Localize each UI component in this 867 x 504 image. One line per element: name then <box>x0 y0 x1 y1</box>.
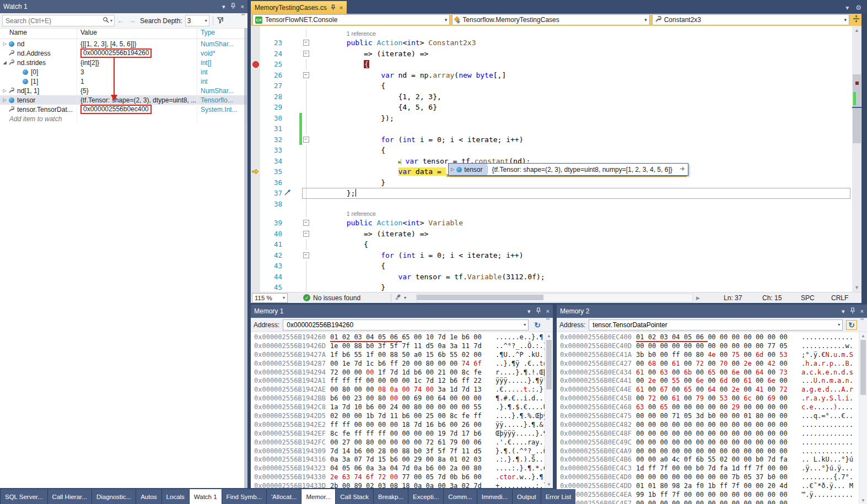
bottom-tab[interactable]: Autos <box>136 489 161 504</box>
pin-icon[interactable] <box>536 307 541 315</box>
memory-hex[interactable]: 00 72 00 61 00 79 00 53 00 6c 00 69 00 <box>636 394 801 403</box>
code-editor[interactable]: 1 reference23− public Action<int> Consta… <box>251 26 861 292</box>
close-icon[interactable]: × <box>860 308 864 315</box>
memory-hex[interactable]: 63 00 65 00 00 00 00 00 29 00 00 00 00 <box>636 403 801 412</box>
member-dropdown[interactable]: Constant2x3 ▾ <box>652 14 849 25</box>
column-header-name[interactable]: Name <box>0 29 77 39</box>
chevron-down-icon[interactable]: ▾ <box>524 322 526 327</box>
toolbar-overflow-icon[interactable]: '' <box>241 13 245 19</box>
breakpoint-margin[interactable] <box>251 261 260 272</box>
memory-hex[interactable]: 1f b6 55 1f 00 88 50 a0 15 6b 55 02 00 <box>330 351 496 360</box>
scroll-up-icon[interactable]: ▲ <box>852 28 861 33</box>
memory-hex[interactable]: ff ff 00 00 00 00 18 7d 16 b6 00 26 00 <box>330 421 496 430</box>
memory-hex[interactable]: 01 02 03 04 05 06 00 00 00 00 00 00 00 <box>636 333 801 342</box>
chevron-down-icon[interactable]: ▾ <box>404 295 406 300</box>
scrollbar-thumb[interactable] <box>546 340 552 389</box>
watch-scrollbar[interactable] <box>244 28 247 488</box>
scroll-up-icon[interactable]: ▲ <box>859 333 867 338</box>
code-cleanup-icon[interactable] <box>395 294 402 302</box>
column-header-type[interactable]: Type <box>197 29 247 39</box>
bottom-tab[interactable]: Breakp... <box>374 489 408 504</box>
search-forward-icon[interactable]: → <box>128 17 136 25</box>
memory-hex[interactable]: 61 00 67 00 65 00 64 00 2e 00 41 00 72 <box>636 386 801 394</box>
window-position-icon[interactable]: ▾ <box>527 308 531 315</box>
memory2-title-bar[interactable]: Memory 2 ▾ × <box>557 305 867 318</box>
memory-hex[interactable]: 1a 7d 10 b6 00 24 00 80 00 00 00 00 55 <box>330 403 496 412</box>
current-statement-icon[interactable] <box>251 166 260 177</box>
memory-hex[interactable]: 2e 63 74 6f 72 00 77 00 05 7d 0b b6 00 <box>330 473 496 482</box>
memory-hex[interactable]: 00 00 00 00 00 00 00 00 00 00 00 00 00 <box>636 421 801 430</box>
watch-row[interactable]: tensor.TensorDat...0x000002556b0ec400Sys… <box>0 105 247 114</box>
memory-hex[interactable]: 1d ff 7f 00 00 b0 7d fa 1d ff 7f 00 00 <box>636 464 801 473</box>
column-header-value[interactable]: Value <box>77 29 197 39</box>
spaces-indicator[interactable]: SPC <box>801 294 831 302</box>
fold-toggle-icon[interactable]: − <box>302 70 310 81</box>
bottom-tab[interactable]: SQL Server... <box>1 489 47 504</box>
breakpoint-margin[interactable] <box>251 80 260 91</box>
search-depth-select[interactable]: 3 ▾ <box>185 15 209 26</box>
toolbar-overflow-icon[interactable]: '' <box>860 318 864 324</box>
watch-search-box[interactable]: ▾ <box>2 15 115 26</box>
memory-hex[interactable]: 8c fe ff ff ff 00 00 00 00 19 7d 17 b6 <box>330 430 496 438</box>
breakpoint-margin[interactable] <box>251 29 260 37</box>
memory1-address-input[interactable]: ▾ <box>283 319 529 330</box>
refresh-icon[interactable]: ↻ <box>846 320 857 330</box>
watch-row[interactable]: [1]1int <box>0 77 247 86</box>
breakpoint-icon[interactable] <box>252 61 259 68</box>
scroll-down-icon[interactable]: ▼ <box>859 498 867 503</box>
window-position-icon[interactable]: ▾ <box>222 3 225 10</box>
type-dropdown[interactable]: Tensorflow.MemoryTestingCases ▾ <box>452 14 649 25</box>
memory-hex[interactable]: 02 00 00 1b 7d 11 b6 00 25 00 8c fe ff <box>330 412 496 421</box>
memory-hex[interactable]: 00 27 00 80 00 00 00 00 72 61 79 00 06 <box>330 438 496 447</box>
search-options-icon[interactable]: ▾ <box>110 18 112 23</box>
memory2-scrollbar[interactable]: ▲ ▼ <box>859 332 867 504</box>
window-position-icon[interactable]: ▾ <box>842 308 845 315</box>
bottom-tab[interactable]: Locals <box>162 489 189 504</box>
breakpoint-margin[interactable] <box>251 209 260 218</box>
fold-toggle-icon[interactable]: − <box>302 134 310 145</box>
breakpoint-margin[interactable] <box>251 102 260 113</box>
memory2-address-input[interactable]: ▾ <box>589 319 843 330</box>
zoom-select[interactable]: 115 % ▾ <box>252 293 288 303</box>
memory1-scrollbar[interactable]: ▲ ▼ <box>545 332 553 488</box>
memory-hex[interactable]: 00 00 00 00 00 00 00 00 00 00 00 00 00 <box>636 500 801 504</box>
watch-row[interactable]: ▷nd{[[1, 2, 3], [4, 5, 6]]}NumShar... <box>0 39 247 48</box>
scrollbar-thumb[interactable] <box>860 340 866 395</box>
memory-hex[interactable]: 00 00 00 00 00 00 00 00 00 00 00 00 00 <box>636 447 801 456</box>
scroll-up-icon[interactable]: ▲ <box>545 333 553 338</box>
memory-hex[interactable]: 1e 00 88 b0 3f 5f 7f 11 d5 0a 3a 11 7d <box>330 342 496 351</box>
memory-hex[interactable]: 00 00 00 00 00 00 00 00 00 00 00 77 05 <box>636 342 801 351</box>
breakpoint-margin[interactable] <box>251 48 260 59</box>
datatip-variable[interactable]: ▷ tensor <box>449 164 487 175</box>
scrollbar-thumb[interactable] <box>417 295 543 300</box>
breakpoint-margin[interactable] <box>251 177 260 188</box>
breakpoint-margin[interactable] <box>251 123 260 134</box>
memory-hex[interactable]: 00 00 00 71 05 3d b0 00 00 01 80 00 00 <box>636 412 801 421</box>
watch-add-row[interactable]: Add item to watch <box>0 114 247 123</box>
breakpoint-margin[interactable] <box>251 218 260 229</box>
memory-hex[interactable]: 3b b0 00 ff 00 80 4e 00 75 00 6d 00 53 <box>636 351 801 360</box>
bottom-tab[interactable]: Memor... <box>301 489 335 504</box>
watch-row[interactable]: ▷tensor{tf.Tensor: shape=(2, 3), dtype=u… <box>0 95 247 105</box>
memory-hex[interactable]: ff ff ff 00 00 00 00 1c 7d 12 b6 ff 22 <box>330 377 496 386</box>
fold-toggle-icon[interactable]: − <box>302 250 310 261</box>
fold-toggle-icon[interactable]: − <box>302 229 310 240</box>
toolbar-overflow-icon[interactable]: '' <box>546 318 550 324</box>
memory-hex[interactable]: 72 00 00 00 1f 7d 1d b6 00 21 00 8c fe <box>330 368 496 377</box>
run-to-cursor-icon[interactable]: ▶▏ <box>399 159 403 165</box>
memory-hex[interactable]: 2b 00 89 02 03 08 18 0a 0a 00 3a 02 7d <box>330 482 496 488</box>
watch-row[interactable]: ▷nd[1, 1]{5}NumShar... <box>0 86 247 95</box>
tab-list-chevron-icon[interactable]: ▾ <box>846 4 849 12</box>
tab-close-icon[interactable]: × <box>340 4 343 11</box>
watch-row[interactable]: nd.Address0x000002556b194260void* <box>0 48 247 58</box>
breakpoint-margin[interactable] <box>251 70 260 81</box>
codelens-references[interactable]: 1 reference <box>347 30 376 37</box>
memory-hex[interactable]: 00 1e 7d 1c b6 ff 20 00 80 00 00 74 6f <box>330 360 496 368</box>
scroll-right-icon[interactable]: ▶ <box>696 295 700 301</box>
editor-vscrollbar[interactable]: ▲ ▼ <box>852 26 861 292</box>
memory1-title-bar[interactable]: Memory 1 ▾ × <box>251 305 553 318</box>
eol-indicator[interactable]: CRLF <box>831 294 861 302</box>
chevron-down-icon[interactable]: ▾ <box>838 322 840 327</box>
bottom-tab[interactable]: Find Symb... <box>222 489 267 504</box>
memory-hex[interactable]: 99 1b ff 7f 00 00 00 00 00 00 00 00 00 <box>636 491 801 500</box>
